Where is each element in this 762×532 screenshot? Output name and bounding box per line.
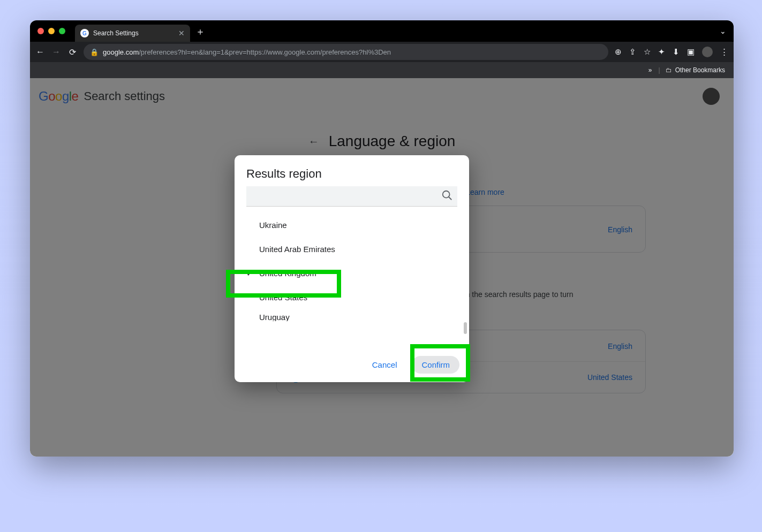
window-controls	[37, 28, 65, 34]
tab-title: Search Settings	[93, 29, 174, 37]
profile-avatar-icon[interactable]	[702, 47, 713, 57]
panel-icon[interactable]: ▣	[687, 47, 695, 57]
confirm-button[interactable]: Confirm	[412, 356, 459, 374]
region-list[interactable]: UkraineUnited Arab EmiratesUnited Kingdo…	[235, 213, 469, 348]
bookmarks-overflow-icon[interactable]: »	[648, 66, 652, 74]
share-icon[interactable]: ⇪	[629, 47, 636, 57]
region-item[interactable]: Uruguay	[235, 309, 469, 321]
other-bookmarks-folder[interactable]: Other Bookmarks	[666, 66, 725, 74]
titlebar: G Search Settings ✕ ＋ ⌄	[30, 20, 734, 42]
back-icon[interactable]: ←	[35, 47, 45, 57]
fullscreen-window-icon[interactable]	[59, 28, 65, 34]
svg-line-1	[449, 197, 452, 200]
close-window-icon[interactable]	[37, 28, 44, 34]
tabs-menu-icon[interactable]: ⌄	[720, 27, 726, 35]
url-bar[interactable]: 🔒 google.com/preferences?hl=en&lang=1&pr…	[84, 44, 608, 60]
url-host: google.com	[103, 48, 139, 56]
cancel-button[interactable]: Cancel	[365, 356, 405, 374]
separator: |	[659, 66, 660, 74]
region-item[interactable]: United States	[235, 285, 469, 309]
browser-tab[interactable]: G Search Settings ✕	[75, 25, 190, 42]
svg-point-0	[443, 191, 450, 198]
region-search-input[interactable]	[246, 186, 457, 207]
tab-favicon: G	[80, 29, 89, 37]
region-item[interactable]: United Kingdom	[235, 261, 469, 285]
modal-actions: Cancel Confirm	[235, 348, 469, 374]
downloads-icon[interactable]: ⬇	[673, 47, 680, 57]
page-content: Google Search settings ← Language & regi…	[30, 78, 734, 457]
region-item[interactable]: Ukraine	[235, 213, 469, 237]
toolbar-actions: ⊕ ⇪ ☆ ✦ ⬇ ▣ ⋮	[615, 47, 728, 57]
modal-title: Results region	[235, 167, 469, 186]
new-tab-button[interactable]: ＋	[195, 25, 205, 38]
star-icon[interactable]: ☆	[644, 47, 651, 57]
extensions-icon[interactable]: ✦	[658, 47, 665, 57]
region-item[interactable]: United Arab Emirates	[235, 237, 469, 261]
zoom-icon[interactable]: ⊕	[615, 47, 622, 57]
reload-icon[interactable]: ⟳	[67, 47, 77, 57]
bookmarks-bar: » | Other Bookmarks	[30, 62, 734, 78]
scrollbar-thumb[interactable]	[464, 322, 467, 334]
minimize-window-icon[interactable]	[48, 28, 55, 34]
results-region-modal: Results region UkraineUnited Arab Emirat…	[235, 155, 469, 382]
forward-icon[interactable]: →	[51, 47, 61, 57]
tab-close-icon[interactable]: ✕	[178, 29, 185, 37]
search-icon[interactable]	[441, 189, 453, 204]
toolbar: ← → ⟳ 🔒 google.com/preferences?hl=en&lan…	[30, 42, 734, 62]
kebab-menu-icon[interactable]: ⋮	[720, 47, 728, 57]
browser-window: G Search Settings ✕ ＋ ⌄ ← → ⟳ 🔒 google.c…	[30, 20, 734, 457]
lock-icon: 🔒	[90, 48, 99, 56]
url-path: /preferences?hl=en&lang=1&prev=https://w…	[139, 48, 391, 56]
